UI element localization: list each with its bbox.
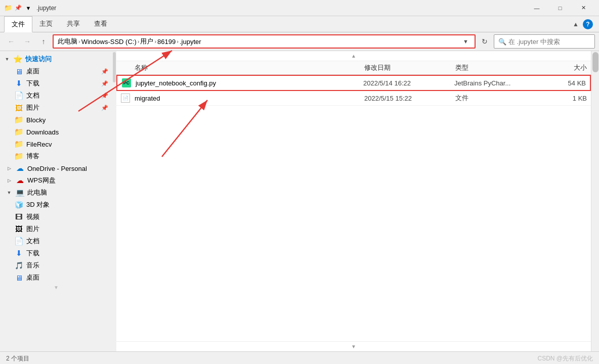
tab-share[interactable]: 共享: [60, 16, 87, 32]
sidebar-item-video[interactable]: 🎞 视频: [0, 211, 112, 223]
sidebar-item-onedrive[interactable]: ▷ ☁ OneDrive - Personal: [0, 162, 112, 174]
file-row-config[interactable]: PC jupyter_notebook_config.py 2022/5/14 …: [116, 75, 591, 91]
tab-file[interactable]: 文件: [4, 16, 32, 32]
sep1: ›: [78, 38, 80, 44]
col-header-name[interactable]: 名称: [120, 63, 364, 72]
sidebar-label-thispc: 此电脑: [27, 188, 47, 197]
sidebar-item-music[interactable]: 🎵 音乐: [0, 259, 112, 271]
sep4: ›: [177, 38, 179, 44]
sidebar-item-thispc[interactable]: ▼ 💻 此电脑: [0, 187, 112, 199]
sidebar-item-3d[interactable]: 🧊 3D 对象: [0, 199, 112, 211]
sidebar-item-blog[interactable]: 📁 博客: [0, 150, 112, 162]
search-icon: 🔍: [498, 38, 506, 46]
sidebar-item-downloads2[interactable]: 📁 Downloads: [0, 126, 112, 138]
sep3: ›: [154, 38, 156, 44]
ribbon: 文件 主页 共享 查看 ▲ ?: [0, 16, 599, 32]
sidebar-label-onedrive: OneDrive - Personal: [27, 165, 87, 172]
sidebar-item-pcdownloads[interactable]: ⬇ 下载: [0, 247, 112, 259]
breadcrumb-users[interactable]: 用户: [140, 37, 153, 46]
file-type-migrated: 文件: [455, 94, 546, 103]
file-scroll-down[interactable]: ▼: [116, 341, 591, 351]
sidebar-label-pcdesktop: 桌面: [26, 273, 39, 282]
file-icon-generic: 📄: [121, 94, 130, 103]
close-button[interactable]: ✕: [572, 0, 595, 16]
search-input[interactable]: [508, 38, 590, 46]
file-row-migrated[interactable]: 📄 migrated 2022/5/15 15:22 文件 1 KB: [116, 91, 591, 106]
minimize-button[interactable]: —: [525, 0, 548, 16]
refresh-button[interactable]: ↻: [478, 34, 492, 49]
sidebar-label-pcdocuments: 文档: [26, 237, 39, 246]
forward-button[interactable]: →: [20, 34, 34, 49]
folder-icon-filerecv: 📁: [14, 140, 23, 149]
pin-icon-dl: 📌: [101, 80, 108, 87]
sidebar-quick-access[interactable]: ▼ ⭐ 快速访问: [0, 53, 112, 65]
main-window: 📁 📌 ▼ .jupyter — □ ✕ 文件 主页 共享 查看 ▲ ? ← →…: [0, 0, 599, 364]
back-button[interactable]: ←: [4, 34, 18, 49]
sidebar-label-3d: 3D 对象: [26, 200, 50, 209]
sidebar-label-downloads: 下载: [26, 79, 39, 88]
quick-access-icon: ⭐: [13, 55, 22, 64]
col-header-type[interactable]: 类型: [455, 63, 546, 72]
pycharm-file-icon: PC: [121, 78, 132, 88]
sidebar-item-pcdesktop[interactable]: 🖥 桌面: [0, 271, 112, 284]
file-date-migrated: 2022/5/15 15:22: [364, 95, 455, 102]
item-count: 2 个项目: [6, 354, 29, 363]
tab-home[interactable]: 主页: [32, 16, 60, 32]
address-bar[interactable]: 此电脑 › Windows-SSD (C:) › 用户 › 86199 › .j…: [53, 34, 476, 49]
expand-icon: ▼: [4, 57, 10, 62]
sidebar-item-desktop[interactable]: 🖥 桌面 📌: [0, 65, 112, 77]
breadcrumb-user[interactable]: 86199: [157, 38, 176, 46]
address-dropdown-button[interactable]: ▼: [461, 37, 470, 46]
breadcrumb-thispc[interactable]: 此电脑: [58, 37, 77, 46]
status-bar: 2 个项目 CSDN @先有后优化: [0, 351, 599, 364]
pycharm-icon-img: PC: [122, 78, 131, 87]
title-pin-icon: 📌: [14, 4, 22, 12]
folder-icon-pcdoc: 📄: [14, 237, 23, 246]
sidebar-item-blocky[interactable]: 📁 Blocky: [0, 114, 112, 126]
file-list-header: 名称 修改日期 类型 大小: [116, 61, 591, 75]
folder-icon-downloads2: 📁: [14, 127, 23, 136]
file-type-config: JetBrains PyChar...: [454, 79, 545, 87]
breadcrumb-jupyter[interactable]: .jupyter: [180, 38, 201, 46]
file-scroll-thumb[interactable]: [592, 52, 598, 72]
sidebar-item-downloads[interactable]: ⬇ 下载 📌: [0, 77, 112, 89]
col-header-date[interactable]: 修改日期: [364, 63, 455, 72]
help-icon[interactable]: ?: [583, 19, 593, 29]
sidebar-label-pcpictures: 图片: [26, 224, 39, 234]
sidebar-label-blog: 博客: [26, 152, 39, 161]
threed-icon: 🧊: [14, 200, 23, 209]
onedrive-icon: ☁: [15, 164, 24, 173]
sidebar-label-pictures: 图片: [26, 103, 39, 112]
onedrive-expand: ▷: [6, 166, 12, 171]
breadcrumb-drive[interactable]: Windows-SSD (C:): [81, 38, 137, 46]
download-icon-pc: ⬇: [14, 249, 23, 258]
ribbon-expand-icon[interactable]: ▲: [573, 21, 579, 28]
file-size-config: 54 KB: [545, 79, 586, 87]
up-button[interactable]: ↑: [36, 34, 51, 49]
sidebar-item-pictures[interactable]: 🖼 图片 📌: [0, 102, 112, 114]
file-scrollbar[interactable]: [591, 51, 599, 351]
thispc-expand: ▼: [6, 190, 12, 195]
sidebar-label-pcdownloads: 下载: [26, 249, 39, 258]
sidebar-item-filerecv[interactable]: 📁 FileRecv: [0, 138, 112, 150]
tab-view[interactable]: 查看: [87, 16, 114, 32]
pin-icon: 📌: [101, 68, 108, 75]
sep2: ›: [138, 38, 140, 44]
sidebar-label-filerecv: FileRecv: [26, 141, 52, 148]
sidebar-item-pcpictures[interactable]: 🖼 图片: [0, 223, 112, 235]
sidebar-item-wpsdisk[interactable]: ▷ ☁ WPS网盘: [0, 174, 112, 187]
maximize-button[interactable]: □: [548, 0, 572, 16]
file-name-migrated: migrated: [135, 95, 364, 102]
quick-access-label: 快速访问: [25, 55, 52, 64]
sidebar-item-pcdocuments[interactable]: 📄 文档: [0, 235, 112, 247]
file-scroll-up[interactable]: ▲: [116, 51, 591, 61]
file-date-config: 2022/5/14 16:22: [363, 79, 454, 87]
desktop-icon: 🖥: [14, 67, 23, 76]
ribbon-tabs: 文件 主页 共享 查看 ▲ ?: [0, 16, 599, 32]
sidebar-scroll-thumb[interactable]: [113, 52, 116, 82]
sidebar-item-documents[interactable]: 📄 文档 📌: [0, 89, 112, 102]
col-header-size[interactable]: 大小: [546, 63, 587, 72]
watermark: CSDN @先有后优化: [537, 354, 593, 363]
sidebar-scrollbar[interactable]: [112, 51, 116, 351]
wps-icon: ☁: [15, 176, 24, 185]
